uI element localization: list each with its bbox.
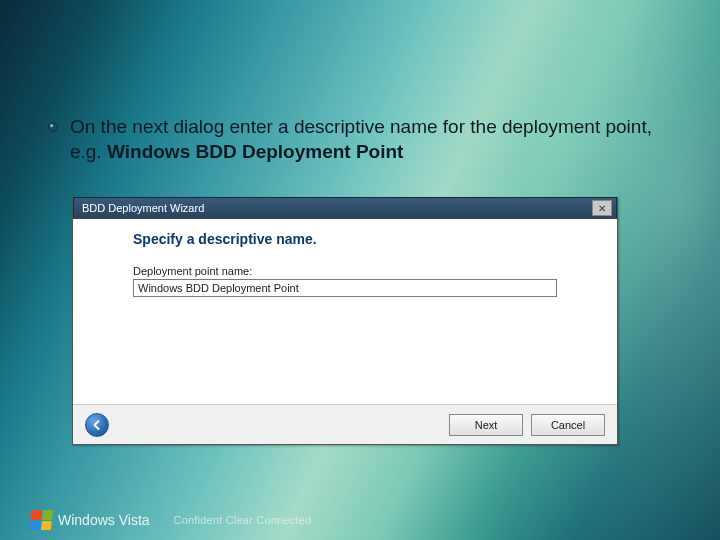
instruction-text: On the next dialog enter a descriptive n… [70, 115, 660, 164]
close-button[interactable]: ✕ [592, 200, 612, 216]
field-label: Deployment point name: [133, 265, 557, 277]
window-title: BDD Deployment Wizard [78, 202, 592, 214]
bullet-icon [48, 122, 58, 132]
instruction-bold: Windows BDD Deployment Point [107, 141, 403, 162]
brand-text: Windows Vista [58, 512, 150, 528]
wizard-heading: Specify a descriptive name. [133, 231, 557, 247]
close-icon: ✕ [598, 203, 606, 214]
windows-logo-icon [29, 510, 53, 530]
instruction-bullet: On the next dialog enter a descriptive n… [48, 115, 660, 164]
brand-area: Windows Vista Confident Clear Connected [30, 510, 311, 530]
svg-point-1 [50, 124, 53, 127]
cancel-button[interactable]: Cancel [531, 414, 605, 436]
arrow-left-icon [91, 419, 103, 431]
deployment-name-input[interactable] [133, 279, 557, 297]
next-button[interactable]: Next [449, 414, 523, 436]
svg-point-0 [49, 123, 58, 132]
wizard-window: BDD Deployment Wizard ✕ Specify a descri… [72, 197, 618, 445]
titlebar[interactable]: BDD Deployment Wizard ✕ [73, 197, 617, 219]
brand-vista: Vista [119, 512, 150, 528]
brand-windows: Windows [58, 512, 115, 528]
brand-slogan: Confident Clear Connected [174, 514, 312, 526]
wizard-footer: Next Cancel [73, 404, 617, 444]
back-button[interactable] [85, 413, 109, 437]
wizard-body: Specify a descriptive name. Deployment p… [73, 219, 617, 404]
